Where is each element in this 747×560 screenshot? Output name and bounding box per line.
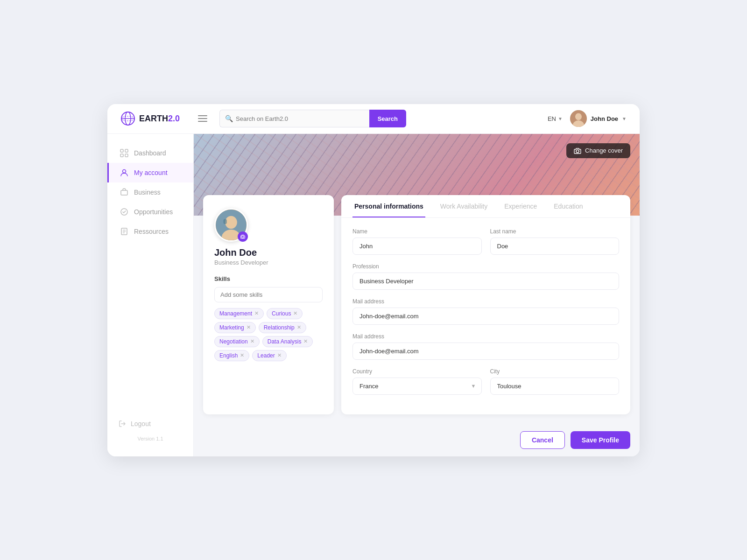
search-icon: 🔍 <box>225 115 233 122</box>
logo: EARTH2.0 <box>120 111 186 126</box>
skill-tag: Negotiation✕ <box>214 336 260 347</box>
mail2-group: Mail address <box>352 333 619 360</box>
skill-tag-remove-button[interactable]: ✕ <box>293 311 297 316</box>
city-input[interactable] <box>490 378 620 395</box>
action-bar: Cancel Save Profile <box>194 424 640 456</box>
profession-group: Profession <box>352 263 619 290</box>
avatar <box>570 110 587 127</box>
svg-point-23 <box>242 236 244 238</box>
avatar-camera-button[interactable] <box>238 231 248 242</box>
avatar-wrap <box>214 208 248 242</box>
profile-title: Business Developer <box>214 259 268 266</box>
mail2-input[interactable] <box>352 343 619 360</box>
profile-area: John Doe Business Developer Skills Manag… <box>194 216 640 424</box>
tab-education[interactable]: Education <box>552 195 585 217</box>
tabs-row: Personal informationsWork AvailabilityEx… <box>341 195 630 218</box>
lastname-group: Last name <box>490 228 620 255</box>
tab-experience[interactable]: Experience <box>502 195 539 217</box>
skill-tag-remove-button[interactable]: ✕ <box>254 311 259 316</box>
cancel-button[interactable]: Cancel <box>520 431 565 449</box>
profession-label: Profession <box>352 263 619 270</box>
skill-tag-remove-button[interactable]: ✕ <box>297 325 301 330</box>
tab-personal[interactable]: Personal informations <box>352 195 425 217</box>
skill-tag-remove-button[interactable]: ✕ <box>240 353 244 358</box>
skill-tag: Marketing✕ <box>214 322 256 333</box>
mail1-input[interactable] <box>352 308 619 325</box>
search-input[interactable] <box>219 110 369 127</box>
skill-tag: English✕ <box>214 350 249 361</box>
name-input[interactable] <box>352 238 482 255</box>
sidebar-item-label: Ressources <box>134 228 169 235</box>
sidebar-item-label: Dashboard <box>134 149 166 157</box>
skill-tag: Curious✕ <box>267 308 303 319</box>
save-profile-button[interactable]: Save Profile <box>571 431 630 449</box>
user-name: John Doe <box>591 115 618 122</box>
svg-rect-8 <box>125 149 128 152</box>
tab-work[interactable]: Work Availability <box>438 195 489 217</box>
logo-text: EARTH2.0 <box>139 114 180 124</box>
mail2-label: Mail address <box>352 333 619 340</box>
skill-tag-remove-button[interactable]: ✕ <box>250 339 254 344</box>
sidebar-item-business[interactable]: Business <box>107 182 193 202</box>
mail1-label: Mail address <box>352 298 619 305</box>
skill-tag: Data Analysis✕ <box>262 336 313 347</box>
country-select[interactable]: FranceGermanyUnited KingdomSpainItaly <box>352 378 482 395</box>
search-area: 🔍 Search <box>219 110 406 127</box>
skills-input[interactable] <box>214 287 323 302</box>
form-area: Name Last name Profession <box>341 218 630 414</box>
header-right: EN ▼ John Doe ▼ <box>548 110 627 127</box>
change-cover-label: Change cover <box>585 147 623 154</box>
skills-section: Skills Management✕Curious✕Marketing✕Rela… <box>214 275 323 361</box>
skill-tag-remove-button[interactable]: ✕ <box>277 353 282 358</box>
lang-chevron-icon: ▼ <box>558 116 563 121</box>
search-input-wrap: 🔍 <box>219 110 369 127</box>
sidebar-item-opportunities[interactable]: Opportunities <box>107 202 193 222</box>
lastname-input[interactable] <box>490 238 620 255</box>
sidebar-item-my-account[interactable]: My account <box>107 163 193 182</box>
skill-tag-remove-button[interactable]: ✕ <box>247 325 251 330</box>
logout-item[interactable]: Logout <box>107 414 193 433</box>
name-label: Name <box>352 228 482 235</box>
profile-left-card: John Doe Business Developer Skills Manag… <box>203 195 334 414</box>
skill-tag: Relationship✕ <box>259 322 306 333</box>
sidebar-item-label: Opportunities <box>134 208 173 216</box>
user-chevron-icon: ▼ <box>622 116 627 121</box>
lang-label: EN <box>548 115 556 122</box>
skill-tag-remove-button[interactable]: ✕ <box>303 339 308 344</box>
app-window: EARTH2.0 🔍 Search EN ▼ <box>107 104 640 456</box>
name-row: Name Last name <box>352 228 619 255</box>
user-menu[interactable]: John Doe ▼ <box>570 110 627 127</box>
country-label: Country <box>352 368 482 375</box>
profession-input[interactable] <box>352 273 619 290</box>
city-group: City <box>490 368 620 395</box>
name-group: Name <box>352 228 482 255</box>
change-cover-button[interactable]: Change cover <box>566 143 630 158</box>
sidebar-item-dashboard[interactable]: Dashboard <box>107 143 193 163</box>
sidebar-item-ressources[interactable]: Ressources <box>107 222 193 241</box>
svg-point-11 <box>123 169 126 173</box>
city-label: City <box>490 368 620 375</box>
svg-point-5 <box>575 113 582 120</box>
header: EARTH2.0 🔍 Search EN ▼ <box>107 104 640 134</box>
svg-rect-12 <box>121 190 127 195</box>
sidebar: Dashboard My account Business <box>107 134 194 456</box>
content-area: Change cover <box>194 134 640 456</box>
svg-rect-22 <box>224 219 227 224</box>
svg-rect-7 <box>120 149 123 152</box>
svg-rect-10 <box>125 154 128 157</box>
country-group: Country FranceGermanyUnited KingdomSpain… <box>352 368 482 395</box>
svg-point-18 <box>576 150 579 153</box>
main-layout: Dashboard My account Business <box>107 134 640 456</box>
sidebar-item-label: Business <box>134 189 161 196</box>
language-selector[interactable]: EN ▼ <box>548 115 563 122</box>
mail2-row: Mail address <box>352 333 619 360</box>
sidebar-item-label: My account <box>134 169 168 176</box>
search-button[interactable]: Search <box>369 110 406 127</box>
profile-right-card: Personal informationsWork AvailabilityEx… <box>341 195 630 414</box>
skill-tag: Leader✕ <box>252 350 286 361</box>
menu-toggle-button[interactable] <box>195 112 210 125</box>
skills-label: Skills <box>214 275 323 282</box>
location-row: Country FranceGermanyUnited KingdomSpain… <box>352 368 619 395</box>
version-text: Version 1.1 <box>107 433 193 447</box>
svg-rect-9 <box>120 154 123 157</box>
